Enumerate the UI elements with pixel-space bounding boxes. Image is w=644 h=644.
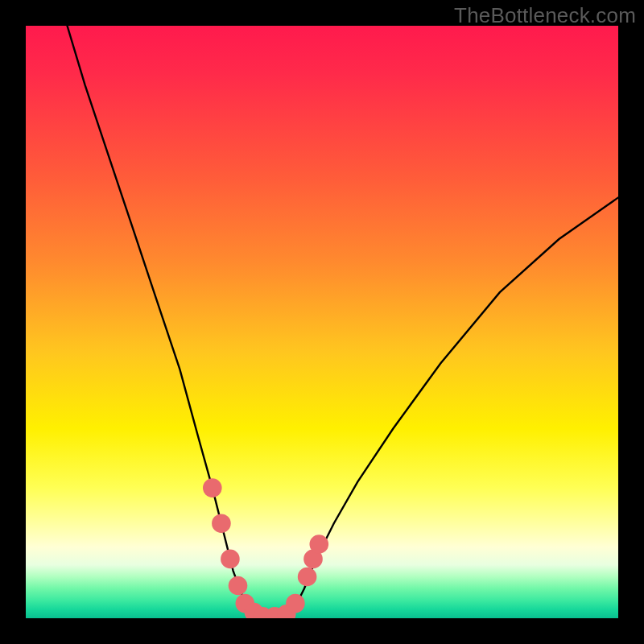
marker-group [203, 478, 328, 618]
watermark-text: TheBottleneck.com [454, 3, 636, 28]
plot-area [26, 26, 618, 618]
bottleneck-curve-path [68, 26, 619, 617]
curve-marker [310, 535, 329, 554]
curve-layer [26, 26, 618, 618]
chart-container: TheBottleneck.com [0, 0, 644, 644]
curve-marker [203, 478, 222, 497]
curve-marker [286, 594, 305, 613]
curve-marker [229, 576, 248, 596]
curve-marker [221, 550, 240, 569]
curve-marker [212, 514, 231, 533]
curve-marker [298, 568, 317, 587]
